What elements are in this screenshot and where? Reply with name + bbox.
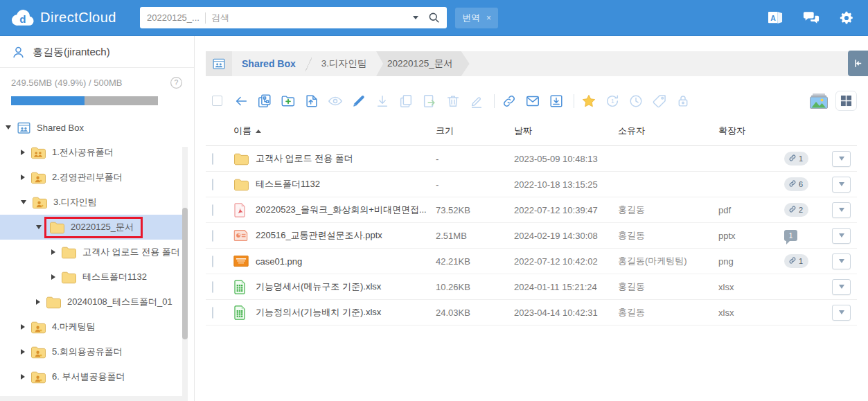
row-menu-button[interactable] xyxy=(832,253,851,269)
column-header-name[interactable]: 이름 xyxy=(233,125,436,137)
row-checkbox[interactable] xyxy=(212,256,213,267)
select-all-checkbox[interactable] xyxy=(212,96,222,106)
column-header-extension[interactable]: 확장자 xyxy=(718,125,784,137)
row-checkbox[interactable] xyxy=(212,281,213,293)
file-name[interactable]: 테스트폴더1132 xyxy=(256,178,436,190)
file-row[interactable]: 220516_교통관련설문조사.pptx2.51MB2024-02-19 14:… xyxy=(206,223,857,249)
tree-expand-caret-icon[interactable] xyxy=(36,299,40,305)
breadcrumb-root[interactable]: Shared Box xyxy=(242,58,296,69)
tree-expand-caret-icon[interactable] xyxy=(51,274,55,280)
lock-icon[interactable] xyxy=(675,93,691,109)
link-count-badge[interactable]: 1 xyxy=(784,152,808,166)
download-icon[interactable] xyxy=(375,93,390,109)
file-row[interactable]: 기능정의서(기능배치 기준).xlsx24.03KB2023-04-14 10:… xyxy=(206,300,857,326)
row-menu-button[interactable] xyxy=(832,177,851,193)
sidebar-horizontal-scrollbar[interactable] xyxy=(0,396,183,401)
tree-item-20240108_테스트폴더_01[interactable]: 20240108_테스트폴더_01 xyxy=(0,289,183,314)
row-checkbox[interactable] xyxy=(212,307,213,319)
tree-expand-caret-icon[interactable] xyxy=(21,150,25,155)
row-menu-button[interactable] xyxy=(832,305,851,321)
tree-item-테스트폴더1132[interactable]: 테스트폴더1132 xyxy=(0,265,183,289)
tree-expand-caret-icon[interactable] xyxy=(21,324,25,330)
row-checkbox[interactable] xyxy=(212,179,213,190)
delete-trash-icon[interactable] xyxy=(445,93,461,109)
column-header-owner[interactable]: 소유자 xyxy=(618,125,718,137)
translate-filter-chip[interactable]: 번역 × xyxy=(455,8,498,28)
app-logo[interactable]: d DirectCloud xyxy=(11,9,140,27)
mail-icon[interactable] xyxy=(525,93,540,109)
rename-pen-icon[interactable] xyxy=(469,93,484,109)
row-checkbox[interactable] xyxy=(212,204,213,216)
copy-structure-icon[interactable] xyxy=(257,93,272,109)
tree-item-Shared Box[interactable]: Shared Box xyxy=(0,115,183,140)
file-row[interactable]: 기능명세서(메뉴구조 기준).xlsx10.26KB2024-01-11 15:… xyxy=(206,274,857,300)
tree-item-5.회의용공유폴더[interactable]: 5.회의용공유폴더 xyxy=(0,339,183,364)
breadcrumb-item[interactable]: 3.디자인팀 xyxy=(321,57,366,70)
row-menu-button[interactable] xyxy=(832,228,851,244)
tree-expand-caret-icon[interactable] xyxy=(21,175,25,180)
tree-expand-caret-icon[interactable] xyxy=(21,374,25,380)
sidebar-scrollbar[interactable] xyxy=(182,147,188,401)
column-header-date[interactable]: 날짜 xyxy=(514,125,618,137)
chat-icon[interactable] xyxy=(803,10,820,25)
translate-icon[interactable]: A xyxy=(768,10,783,25)
move-icon[interactable] xyxy=(422,93,437,109)
search-icon[interactable] xyxy=(428,12,440,24)
tree-item-3.디자인팀[interactable]: 3.디자인팀 xyxy=(0,190,183,215)
tree-expand-caret-icon[interactable] xyxy=(6,125,11,130)
search-options-caret-icon[interactable] xyxy=(413,16,418,19)
file-name[interactable]: 고객사 업로드 전용 폴더 xyxy=(256,152,436,165)
link-count-badge[interactable]: 1 xyxy=(784,254,808,268)
save-to-box-icon[interactable] xyxy=(549,93,564,109)
tag-icon[interactable] xyxy=(652,93,667,109)
link-count-badge[interactable]: 6 xyxy=(784,177,808,191)
favorite-star-icon[interactable] xyxy=(581,93,596,109)
upload-icon[interactable] xyxy=(304,93,319,109)
chip-close-icon[interactable]: × xyxy=(486,13,491,23)
preview-eye-icon[interactable] xyxy=(328,93,343,109)
back-icon[interactable] xyxy=(233,93,249,109)
file-row[interactable]: 테스트폴더1132-2022-10-18 13:15:256 xyxy=(206,172,857,197)
file-name[interactable]: 20220523_올워크_화상회의+비대면면접... xyxy=(256,204,436,216)
file-row[interactable]: 20220523_올워크_화상회의+비대면면접...73.52KB2022-07… xyxy=(206,197,857,223)
file-row[interactable]: case01.png42.21KB2022-07-12 10:42:02홍길동(… xyxy=(206,249,857,274)
file-name[interactable]: 기능명세서(메뉴구조 기준).xlsx xyxy=(256,280,436,293)
tree-expand-caret-icon[interactable] xyxy=(51,249,55,255)
tree-expand-caret-icon[interactable] xyxy=(21,349,25,355)
file-name[interactable]: case01.png xyxy=(256,256,436,267)
scrollbar-thumb[interactable] xyxy=(182,208,188,339)
row-menu-button[interactable] xyxy=(832,202,851,218)
row-menu-button[interactable] xyxy=(832,279,851,295)
edit-pencil-icon[interactable] xyxy=(351,93,366,109)
file-row[interactable]: 고객사 업로드 전용 폴더-2023-05-09 10:48:131 xyxy=(206,146,857,172)
tree-item-20220125_문서[interactable]: 20220125_문서 xyxy=(0,215,183,240)
file-name[interactable]: 220516_교통관련설문조사.pptx xyxy=(256,229,436,242)
tree-item-고객사 업로드 전용 폴더[interactable]: 고객사 업로드 전용 폴더 xyxy=(0,240,183,265)
breadcrumb-current[interactable]: 20220125_문서 xyxy=(376,51,470,76)
help-icon[interactable]: ? xyxy=(170,76,183,89)
search-box[interactable]: 20220125_... xyxy=(140,7,447,28)
file-name[interactable]: 기능정의서(기능배치 기준).xlsx xyxy=(256,306,436,319)
tree-expand-caret-icon[interactable] xyxy=(36,225,42,229)
link-icon[interactable] xyxy=(502,93,517,109)
tree-expand-caret-icon[interactable] xyxy=(21,200,26,204)
row-checkbox[interactable] xyxy=(212,153,213,165)
column-header-size[interactable]: 크기 xyxy=(436,125,514,137)
tree-item-2.경영관리부폴더[interactable]: 2.경영관리부폴더 xyxy=(0,165,183,190)
new-folder-icon[interactable] xyxy=(281,93,296,109)
copy-icon[interactable] xyxy=(398,93,414,109)
tree-item-4.마케팅팀[interactable]: 4.마케팅팀 xyxy=(0,314,183,339)
tree-item-1.전사공유폴더[interactable]: 1.전사공유폴더 xyxy=(0,140,183,165)
row-checkbox[interactable] xyxy=(212,230,213,242)
row-menu-button[interactable] xyxy=(832,151,851,167)
history-clock-icon[interactable] xyxy=(628,93,644,109)
version-refresh-icon[interactable]: 1 xyxy=(605,93,620,109)
collapse-panel-button[interactable] xyxy=(848,51,868,76)
link-count-badge[interactable]: 2 xyxy=(784,203,808,217)
grid-view-icon[interactable] xyxy=(835,91,857,111)
search-input[interactable] xyxy=(211,12,407,23)
comment-count-badge[interactable]: 1 xyxy=(784,230,797,241)
settings-gear-icon[interactable] xyxy=(839,10,854,26)
tree-item-6. 부서별공용폴더[interactable]: 6. 부서별공용폴더 xyxy=(0,364,183,389)
thumbnail-view-icon[interactable] xyxy=(809,93,829,109)
